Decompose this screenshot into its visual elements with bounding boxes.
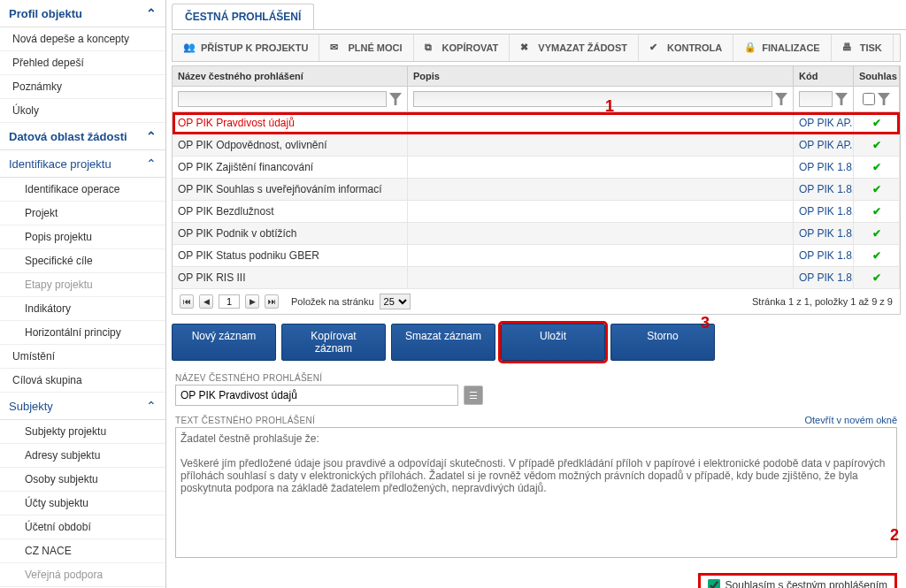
filter-icon[interactable]	[835, 93, 848, 105]
toolbar-pristup[interactable]: 👥PŘÍSTUP K PROJEKTU	[173, 34, 319, 61]
declarations-grid: Název čestného prohlášení Popis Kód Souh…	[172, 65, 901, 315]
sidebar-item-ucty[interactable]: Účty subjektu	[0, 492, 165, 515]
chevron-up-icon: ⌃	[146, 399, 157, 413]
filter-agree-checkbox[interactable]	[863, 91, 875, 107]
toolbar: 👥PŘÍSTUP K PROJEKTU ✉PLNÉ MOCI ⧉KOPÍROVA…	[172, 34, 901, 62]
toolbar-finalizace[interactable]: 🔒FINALIZACE	[733, 34, 831, 61]
sidebar-section-identifikace[interactable]: Identifikace projektu ⌃	[0, 150, 165, 178]
table-row[interactable]: OP PIK Zajištění financováníOP PIK 1.8..…	[173, 157, 900, 179]
cell-desc	[408, 267, 794, 288]
table-row[interactable]: OP PIK Podnik v obtížíchOP PIK 1.8...✔	[173, 223, 900, 245]
delete-record-button[interactable]: Smazat záznam	[391, 324, 495, 361]
sidebar-item-horizontalni[interactable]: Horizontální principy	[0, 321, 165, 345]
auth-icon: ✉	[330, 42, 342, 54]
table-row[interactable]: OP PIK Souhlas s uveřejňováním informací…	[173, 179, 900, 201]
table-row[interactable]: OP PIK RIS IIIOP PIK 1.8...✔	[173, 267, 900, 289]
sidebar-item-etapy[interactable]: Etapy projektu	[0, 273, 165, 297]
sidebar-item-indikatory[interactable]: Indikátory	[0, 297, 165, 321]
sidebar-item-adresy[interactable]: Adresy subjektu	[0, 444, 165, 468]
cancel-button[interactable]: Storno	[610, 324, 715, 361]
sidebar-item-poznamky[interactable]: Poznámky	[0, 75, 165, 99]
agree-checkbox[interactable]	[708, 579, 720, 588]
toolbar-kontrola[interactable]: ✔KONTROLA	[639, 34, 733, 61]
page-first-button[interactable]: ⏮	[180, 294, 194, 309]
sidebar-item-prehled-depesi[interactable]: Přehled depeší	[0, 51, 165, 75]
form-area: NÁZEV ČESTNÉHO PROHLÁŠENÍ ☰ TEXT ČESTNÉH…	[175, 373, 897, 561]
sidebar-item-ucetni-obdobi[interactable]: Účetní období	[0, 515, 165, 539]
sidebar-item-ukoly[interactable]: Úkoly	[0, 99, 165, 123]
toolbar-vymazat[interactable]: ✖VYMAZAT ŽÁDOST	[510, 34, 639, 61]
cell-code: OP PIK 1.8...	[794, 223, 854, 244]
paginator: ⏮ ◀ ▶ ⏭ Položek na stránku 25 Stránka 1 …	[173, 289, 900, 314]
col-header-agree[interactable]: Souhlas	[854, 66, 900, 86]
table-row[interactable]: OP PIK Pravdivost údajůOP PIK AP...✔	[173, 112, 900, 134]
cell-code: OP PIK AP...	[794, 112, 854, 134]
check-icon: ✔	[872, 205, 881, 218]
perpage-select[interactable]: 25	[380, 294, 411, 309]
agree-checkbox-wrapper[interactable]: Souhlasím s čestným prohlášením	[698, 573, 897, 588]
cell-agree: ✔	[854, 223, 900, 244]
check-icon: ✔	[872, 161, 881, 173]
toolbar-tisk[interactable]: 🖶TISK	[832, 34, 894, 61]
save-button[interactable]: Uložit	[501, 324, 605, 361]
table-row[interactable]: OP PIK Odpovědnost, ovlivněníOP PIK AP..…	[173, 134, 900, 157]
filter-icon[interactable]	[775, 93, 787, 105]
col-header-name[interactable]: Název čestného prohlášení	[173, 66, 408, 86]
toolbar-plne-moci[interactable]: ✉PLNÉ MOCI	[319, 34, 413, 61]
copy-record-button[interactable]: Kopírovat záznam	[281, 324, 386, 361]
copy-icon: ⧉	[425, 42, 437, 54]
perpage-label: Položek na stránku	[291, 296, 374, 307]
grid-filter-row	[173, 87, 900, 112]
sidebar-section-subjekty[interactable]: Subjekty ⌃	[0, 393, 165, 420]
cell-name: OP PIK RIS III	[173, 267, 408, 288]
cell-code: OP PIK 1.8...	[794, 267, 854, 288]
text-field-label: TEXT ČESTNÉHO PROHLÁŠENÍ	[175, 416, 315, 425]
declaration-name-input[interactable]	[175, 385, 458, 406]
sidebar-item-projekt[interactable]: Projekt	[0, 202, 165, 225]
sidebar-item-cilova-skupina[interactable]: Cílová skupina	[0, 369, 165, 393]
page-number-input[interactable]	[219, 294, 240, 309]
sidebar-section-label: Subjekty	[9, 400, 53, 413]
new-record-button[interactable]: Nový záznam	[172, 324, 276, 361]
toolbar-kopirovat[interactable]: ⧉KOPÍROVAT	[414, 34, 511, 61]
filter-name-input[interactable]	[178, 91, 387, 107]
cell-desc	[408, 134, 794, 156]
check-icon: ✔	[872, 117, 881, 129]
sidebar-item-nova-depese[interactable]: Nová depeše a koncepty	[0, 27, 165, 51]
sidebar-item-identifikace-operace[interactable]: Identifikace operace	[0, 178, 165, 202]
filter-icon[interactable]	[389, 93, 402, 105]
grid-header: Název čestného prohlášení Popis Kód Souh…	[173, 66, 900, 87]
page-prev-button[interactable]: ◀	[199, 294, 213, 309]
open-new-window-link[interactable]: Otevřít v novém okně	[804, 415, 897, 425]
annotation-3: 3	[701, 314, 710, 332]
sidebar-section-profil[interactable]: Profil objektu ⌃	[0, 0, 165, 27]
tab-cestna-prohlaseni[interactable]: ČESTNÁ PROHLÁŠENÍ	[172, 4, 314, 29]
col-header-code[interactable]: Kód	[794, 66, 854, 86]
page-next-button[interactable]: ▶	[245, 294, 259, 309]
col-header-desc[interactable]: Popis	[408, 66, 794, 86]
picker-button[interactable]: ☰	[464, 386, 483, 405]
cell-agree: ✔	[854, 134, 900, 156]
sidebar-item-popis-projektu[interactable]: Popis projektu	[0, 225, 165, 249]
filter-icon[interactable]	[878, 93, 890, 105]
agree-container: Souhlasím s čestným prohlášením	[175, 573, 897, 588]
cell-name: OP PIK Souhlas s uveřejňováním informací	[173, 179, 408, 200]
sidebar-item-subjekty-projektu[interactable]: Subjekty projektu	[0, 420, 165, 444]
check-icon: ✔	[872, 249, 881, 262]
sidebar-section-datova[interactable]: Datová oblast žádosti ⌃	[0, 123, 165, 150]
sidebar-item-cz-nace[interactable]: CZ NACE	[0, 539, 165, 563]
sidebar-item-umisteni[interactable]: Umístění	[0, 345, 165, 369]
declaration-text-area[interactable]	[175, 427, 897, 558]
sidebar-section-label: Datová oblast žádosti	[9, 130, 127, 143]
table-row[interactable]: OP PIK BezdlužnostOP PIK 1.8...✔	[173, 201, 900, 223]
sidebar-item-specificke-cile[interactable]: Specifické cíle	[0, 249, 165, 273]
filter-desc-input[interactable]	[413, 91, 772, 107]
table-row[interactable]: OP PIK Status podniku GBEROP PIK 1.8...✔	[173, 245, 900, 267]
cell-agree: ✔	[854, 157, 900, 178]
sidebar-item-osoby[interactable]: Osoby subjektu	[0, 468, 165, 492]
annotation-2: 2	[890, 526, 899, 545]
filter-code-input[interactable]	[799, 91, 833, 107]
sidebar-item-verejna-podpora[interactable]: Veřejná podpora	[0, 563, 165, 587]
cell-agree: ✔	[854, 112, 900, 134]
page-last-button[interactable]: ⏭	[265, 294, 279, 309]
